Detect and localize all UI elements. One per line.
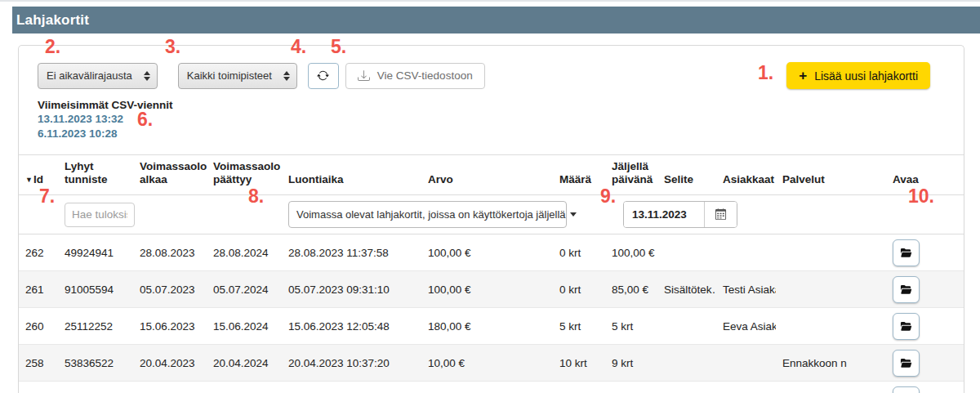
csv-export-link[interactable]: 6.11.2023 10:28 bbox=[38, 127, 964, 141]
column-header-end[interactable]: Voimassaolo päättyy bbox=[207, 155, 282, 195]
open-gift-card-button[interactable] bbox=[893, 239, 920, 266]
cell-created: 20.04.2023 10:37:20 bbox=[282, 345, 421, 382]
column-header-services[interactable]: Palvelut bbox=[776, 155, 886, 195]
column-header-description[interactable]: Selite bbox=[657, 155, 716, 195]
cell-description bbox=[657, 382, 716, 393]
cell-remaining: 9 krt bbox=[605, 345, 657, 382]
table-header: ▼Id Lyhyt tunniste Voimassaolo alkaa Voi… bbox=[19, 155, 964, 234]
column-header-created[interactable]: Luontiaika bbox=[282, 155, 421, 195]
date-filter-input[interactable] bbox=[624, 202, 704, 227]
cell-code: 49924941 bbox=[58, 234, 133, 271]
cell-open bbox=[886, 382, 964, 393]
cell-open bbox=[886, 271, 964, 308]
annotation-7: 7. bbox=[39, 187, 55, 206]
cell-created: 28.08.2023 11:37:58 bbox=[282, 234, 421, 271]
content-card: Ei aikavälirajausta Kaikki toimipisteet … bbox=[18, 45, 964, 393]
cell-customers bbox=[716, 345, 776, 382]
annotation-8: 8. bbox=[248, 187, 264, 206]
csv-export-link[interactable]: 13.11.2023 13:32 bbox=[38, 112, 964, 127]
cell-services: Ennakkoon n bbox=[776, 382, 886, 393]
column-header-customers[interactable]: Asiakkaat bbox=[716, 155, 776, 195]
page-header: Lahjakortit bbox=[12, 7, 980, 33]
folder-open-icon bbox=[900, 284, 912, 296]
window-top-edge bbox=[0, 0, 980, 2]
cell-customers bbox=[716, 382, 776, 393]
annotation-2: 2. bbox=[45, 38, 60, 56]
cell-services bbox=[776, 234, 886, 271]
add-gift-card-button[interactable]: + Lisää uusi lahjakortti bbox=[786, 62, 930, 89]
cell-customers: Eeva Asiakas bbox=[716, 308, 776, 345]
export-csv-button[interactable]: Vie CSV-tiedostoon bbox=[345, 63, 485, 89]
open-gift-card-button[interactable] bbox=[893, 386, 920, 393]
refresh-button[interactable] bbox=[308, 63, 339, 89]
cell-value: 100,00 € bbox=[421, 271, 553, 308]
table-row: 258 53836522 20.04.2023 20.04.2024 20.04… bbox=[19, 345, 964, 382]
export-csv-label: Vie CSV-tiedostoon bbox=[377, 69, 473, 82]
cell-end: 20.04.2024 bbox=[207, 382, 282, 393]
cell-id: 261 bbox=[19, 271, 58, 308]
cell-services bbox=[776, 308, 886, 345]
table-row: 262 49924941 28.08.2023 28.08.2024 28.08… bbox=[19, 234, 964, 271]
column-header-amount[interactable]: Määrä bbox=[553, 155, 605, 195]
annotation-5: 5. bbox=[331, 38, 346, 56]
cell-services: Ennakkoon n bbox=[776, 345, 886, 382]
office-select-value: Kaikki toimipisteet bbox=[187, 69, 272, 82]
cell-id: 257 bbox=[19, 382, 58, 393]
cell-id: 258 bbox=[19, 345, 58, 382]
cell-remaining: 100,00 € bbox=[605, 234, 657, 271]
status-filter-select[interactable]: Voimassa olevat lahjakortit, joissa on k… bbox=[288, 201, 567, 228]
folder-open-icon bbox=[900, 320, 912, 333]
cell-value: 100,00 € bbox=[421, 234, 553, 271]
open-gift-card-button[interactable] bbox=[893, 276, 920, 303]
page-title: Lahjakortit bbox=[12, 7, 980, 29]
open-gift-card-button[interactable] bbox=[893, 313, 920, 340]
gift-cards-table: ▼Id Lyhyt tunniste Voimassaolo alkaa Voi… bbox=[19, 154, 964, 393]
cell-value: 0,00 € bbox=[421, 382, 553, 393]
column-header-value[interactable]: Arvo bbox=[421, 155, 553, 195]
cell-id: 262 bbox=[19, 234, 58, 271]
column-header-start[interactable]: Voimassaolo alkaa bbox=[133, 155, 207, 195]
cell-created: 05.07.2023 09:31:10 bbox=[282, 271, 421, 308]
time-range-select[interactable]: Ei aikavälirajausta bbox=[38, 63, 158, 89]
table-row: 257 23984906 20.04.2023 20.04.2024 20.04… bbox=[19, 382, 964, 393]
time-range-select-value: Ei aikavälirajausta bbox=[47, 69, 132, 82]
cell-description bbox=[657, 345, 716, 382]
column-header-code[interactable]: Lyhyt tunniste bbox=[58, 155, 133, 195]
table-filter-row: Voimassa olevat lahjakortit, joissa on k… bbox=[19, 195, 964, 234]
add-gift-card-label: Lisää uusi lahjakortti bbox=[814, 69, 918, 83]
download-icon bbox=[358, 69, 370, 82]
cell-remaining: 85,00 € bbox=[605, 271, 657, 308]
table-row: 260 25112252 15.06.2023 15.06.2024 15.06… bbox=[19, 308, 964, 345]
table-row: 261 91005594 05.07.2023 05.07.2024 05.07… bbox=[19, 271, 964, 308]
cell-id: 260 bbox=[19, 308, 58, 345]
open-gift-card-button[interactable] bbox=[893, 350, 920, 377]
cell-code: 91005594 bbox=[58, 271, 133, 308]
search-input[interactable] bbox=[65, 203, 135, 227]
annotation-4: 4. bbox=[291, 38, 306, 56]
cell-open bbox=[886, 234, 964, 271]
cell-created: 20.04.2023 10:35:26 bbox=[282, 382, 421, 393]
plus-icon: + bbox=[799, 69, 807, 83]
cell-customers: Testi Asiakas bbox=[716, 271, 776, 308]
cell-amount: 0 krt bbox=[553, 271, 605, 308]
cell-end: 05.07.2024 bbox=[207, 271, 282, 308]
csv-exports-title: Viimeisimmät CSV-viennit bbox=[38, 98, 964, 112]
cell-description bbox=[657, 308, 716, 345]
cell-customers bbox=[716, 234, 776, 271]
folder-open-icon bbox=[900, 247, 912, 259]
calendar-icon bbox=[715, 208, 727, 221]
cell-remaining: 5 krt bbox=[605, 308, 657, 345]
cell-start: 15.06.2023 bbox=[133, 308, 207, 345]
csv-exports-section: Viimeisimmät CSV-viennit 13.11.2023 13:3… bbox=[38, 98, 964, 141]
office-select[interactable]: Kaikki toimipisteet bbox=[178, 63, 297, 89]
folder-open-icon bbox=[900, 357, 912, 369]
select-updown-icon bbox=[283, 71, 290, 81]
calendar-button[interactable] bbox=[704, 202, 737, 227]
cell-amount: 0 krt bbox=[553, 234, 605, 271]
toolbar: Ei aikavälirajausta Kaikki toimipisteet … bbox=[38, 62, 946, 89]
caret-down-icon bbox=[570, 212, 577, 217]
cell-created: 15.06.2023 12:05:48 bbox=[282, 308, 421, 345]
cell-end: 28.08.2024 bbox=[207, 234, 282, 271]
cell-value: 180,00 € bbox=[421, 308, 553, 345]
cell-end: 15.06.2024 bbox=[207, 308, 282, 345]
